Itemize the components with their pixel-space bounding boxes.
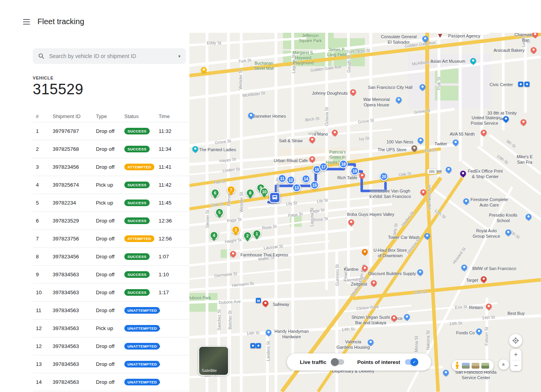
poi-label[interactable]: Twitter [435,141,447,147]
poi-pin-icon[interactable] [348,219,354,225]
poi-label[interactable]: Zeitgeist [351,282,367,287]
poi-pin-icon[interactable] [201,67,207,73]
poi-label[interactable]: Foods Co [456,330,475,336]
chevron-down-icon[interactable]: ▾ [178,54,180,59]
poi-pin-icon[interactable] [350,89,356,95]
table-row[interactable]: 11397834563Drop offUNATTEMPTED- [33,302,189,320]
poi-pin-icon[interactable] [359,173,365,178]
table-row[interactable]: 1397976787Drop offSUCCESS11:32 [33,122,189,140]
poi-pin-icon[interactable] [460,171,466,177]
table-row[interactable]: 12397834563Drop offUNATTEMPTED- [33,337,189,355]
poi-pin-icon[interactable] [362,265,368,271]
poi-pin-icon[interactable] [503,116,509,122]
poi-label[interactable]: The Painted Ladies [199,147,236,153]
stop-marker-11[interactable]: 11 [278,174,286,183]
transit-station-icon[interactable] [256,343,261,348]
poi-label[interactable]: Safeway [273,302,289,307]
toggle-knob[interactable] [331,358,339,366]
stop-marker-1[interactable]: 1 [253,230,261,238]
poi-label[interactable]: Valencia Gardens Housing [336,339,370,350]
vehicle-marker[interactable] [269,192,280,203]
poi-pin-icon[interactable] [420,84,426,90]
poi-pin-icon[interactable] [453,139,459,145]
table-row[interactable]: 7397823756Drop offATTEMPTED12:56 [33,230,189,248]
stop-marker-4[interactable]: 4 [210,231,218,240]
poi-pin-icon[interactable] [404,314,410,320]
imagery-thumbnail[interactable] [481,363,489,369]
table-row[interactable]: 9397834563Drop offSUCCESS1:10 [33,266,189,284]
poi-label[interactable]: Firestone Complete Auto Care [470,197,508,208]
poi-pin-icon[interactable] [396,97,402,103]
poi-pin-icon[interactable] [193,146,198,152]
poi-pin-icon[interactable] [476,328,482,334]
poi-label[interactable]: Boba Guys Hayes Valley [347,212,394,217]
poi-label[interactable]: Immersive Van Gogh Exhibit San Francisco [370,189,411,200]
poi-label[interactable]: Asian Art Museum [430,59,465,64]
toggle-switch[interactable] [331,359,344,365]
table-row[interactable]: 13397834563Drop offUNATTEMPTED- [33,355,189,373]
stop-marker-17[interactable]: 17 [319,162,328,171]
poi-label[interactable]: AVA 55 Ninth [450,132,475,137]
poi-pin-icon[interactable] [263,300,269,306]
poi-pin-icon[interactable] [417,269,423,275]
poi-label[interactable]: Farmhouse Thai Express [240,253,288,258]
poi-label[interactable]: The UPS Store [378,147,407,153]
table-row[interactable]: 14397824563Drop offUNATTEMPTED- [33,373,189,391]
poi-label[interactable]: Mike's E San Fra [516,154,532,165]
collapse-button[interactable]: « [499,359,509,370]
poi-pin-icon[interactable] [309,137,315,143]
table-row[interactable]: 10397834563Drop offSUCCESS1:17 [33,284,189,302]
poi-pin-icon[interactable] [526,214,532,220]
satellite-toggle[interactable]: Satellite [198,346,229,376]
poi-label[interactable]: Handy Handyman Hardware [274,329,309,340]
poi-label[interactable]: Banneker Homes [253,114,286,119]
table-row[interactable]: 539782234Pick upSUCCESS11:45 [33,194,189,212]
poi-label[interactable]: Arsicault Bakery [493,48,524,53]
poi-pin-icon[interactable] [371,280,377,286]
search-input[interactable] [48,53,174,60]
poi-pin-icon[interactable] [332,130,338,136]
poi-pin-icon[interactable] [248,113,254,118]
poi-label[interactable]: Tower Car Wash [388,235,420,240]
stop-marker-15[interactable]: 15 [310,181,319,189]
stop-marker-14[interactable]: 14 [302,175,310,183]
zoom-out-button[interactable]: − [510,360,522,371]
table-row[interactable]: 8397823456Drop offSUCCESS1:07 [33,248,189,266]
poi-label[interactable]: Johnny Doughnuts [312,91,348,96]
table-row[interactable]: 3397823456Drop offATTEMPTED11:41 [33,158,189,176]
stop-marker-8[interactable]: 8 [246,189,255,197]
poi-label[interactable]: FedEx Office Print & Ship Center [468,169,502,180]
poi-label[interactable]: Shizen Vegan Sushi Bar and Izakaya [352,315,390,326]
poi-label[interactable]: 100 Van Ness [387,139,413,145]
stop-marker-20[interactable]: 20 [380,172,388,181]
table-row[interactable]: 6397823529Drop offSUCCESS12:36 [33,212,189,230]
poi-label[interactable]: BMW of San Francisco [472,266,516,272]
poi-pin-icon[interactable] [446,167,452,173]
poi-label[interactable]: 33 8th at Trinity Place [483,111,522,122]
poi-pin-icon[interactable] [486,304,492,309]
poi-pin-icon[interactable] [463,198,469,204]
poi-label[interactable]: Kantine [344,267,358,272]
poi-pin-icon[interactable] [461,265,467,270]
poi-label[interactable]: a Mano [314,132,328,137]
poi-pin-icon[interactable] [506,230,511,235]
poi-pin-icon[interactable] [368,339,374,345]
imagery-thumbnail[interactable] [462,363,470,369]
poi-pin-icon[interactable] [521,119,527,125]
poi-pin-icon[interactable] [443,370,449,376]
poi-label[interactable]: Consulate General El Salvador [381,34,417,45]
stop-marker-18[interactable]: 18 [339,160,348,168]
poi-label[interactable]: Salt & Straw [279,138,303,144]
table-row[interactable]: 12397834563Pick upUNATTEMPTED- [33,320,189,337]
imagery-thumbnail[interactable] [472,363,479,369]
poi-pin-icon[interactable] [391,315,397,321]
zoom-in-button[interactable]: + [510,349,522,360]
stop-marker-13[interactable]: 13 [292,184,301,192]
poi-label[interactable]: San Francisco Honda Service Center [455,370,497,381]
poi-label[interactable]: Passport Agency [448,34,481,39]
stop-marker-6[interactable]: 6 [211,189,219,197]
stop-marker-10[interactable]: 10 [260,187,269,196]
poi-pin-icon[interactable] [532,33,538,37]
pegman-icon[interactable] [454,362,460,369]
stop-marker-12[interactable]: 12 [286,176,295,184]
